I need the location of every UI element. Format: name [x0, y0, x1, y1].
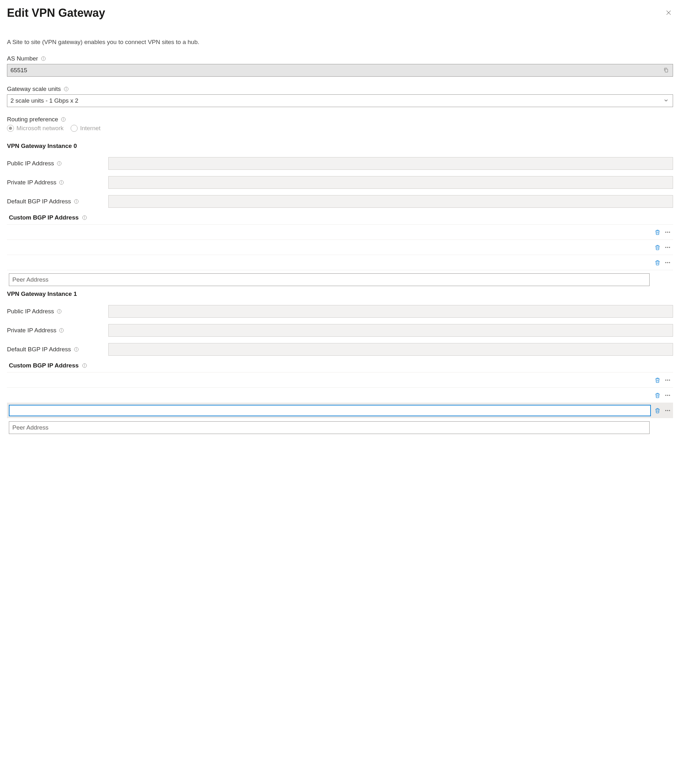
more-icon[interactable]	[664, 392, 671, 399]
svg-point-42	[84, 364, 85, 365]
svg-point-44	[667, 379, 668, 381]
more-icon[interactable]	[664, 229, 671, 236]
routing-pref-internet-label: Internet	[80, 125, 101, 132]
description-text: A Site to site (VPN gateway) enables you…	[7, 39, 673, 46]
svg-point-29	[667, 262, 668, 263]
svg-point-24	[669, 231, 670, 233]
svg-point-51	[669, 410, 670, 411]
more-icon[interactable]	[664, 244, 671, 251]
svg-point-47	[667, 395, 668, 396]
delete-icon[interactable]	[654, 244, 661, 251]
instance-1-default-bgp-field	[108, 343, 673, 356]
instance-1-custom-bgp-label: Custom BGP IP Address	[9, 362, 79, 369]
gateway-scale-label: Gateway scale units	[7, 85, 61, 93]
peer-address-input[interactable]	[9, 421, 650, 434]
info-icon[interactable]	[41, 56, 46, 61]
as-number-value: 65515	[11, 67, 27, 74]
peer-address-input[interactable]	[9, 273, 650, 286]
instance-0-custom-bgp-label: Custom BGP IP Address	[9, 214, 79, 221]
instance-1-title: VPN Gateway Instance 1	[7, 290, 673, 298]
instance-1-private-ip-label: Private IP Address	[7, 327, 57, 334]
svg-point-28	[666, 262, 666, 263]
svg-point-23	[667, 231, 668, 233]
routing-pref-msnet-radio: Microsoft network	[7, 125, 64, 132]
page-title: Edit VPN Gateway	[7, 6, 105, 20]
info-icon[interactable]	[82, 363, 87, 368]
svg-rect-3	[665, 69, 667, 72]
gateway-scale-dropdown[interactable]: 2 scale units - 1 Gbps x 2	[7, 94, 673, 107]
delete-icon[interactable]	[654, 377, 661, 384]
more-icon[interactable]	[664, 259, 671, 266]
svg-point-45	[669, 379, 670, 381]
custom-bgp-row	[7, 239, 673, 255]
svg-point-46	[666, 395, 666, 396]
info-icon[interactable]	[59, 180, 64, 185]
custom-bgp-active-input[interactable]	[9, 405, 651, 416]
svg-point-39	[76, 348, 76, 348]
svg-point-27	[669, 247, 670, 248]
info-icon[interactable]	[57, 161, 62, 166]
delete-icon[interactable]	[654, 229, 661, 236]
instance-0-private-ip-field	[108, 176, 673, 189]
instance-1-default-bgp-label: Default BGP IP Address	[7, 346, 71, 353]
custom-bgp-row	[7, 255, 673, 270]
info-icon[interactable]	[74, 199, 79, 204]
svg-point-26	[667, 247, 668, 248]
svg-point-48	[669, 395, 670, 396]
svg-point-43	[666, 379, 666, 381]
svg-point-12	[59, 162, 60, 162]
svg-point-9	[63, 118, 64, 118]
copy-icon[interactable]	[663, 67, 669, 74]
chevron-down-icon	[663, 98, 669, 104]
instance-1-public-ip-label: Public IP Address	[7, 308, 54, 315]
custom-bgp-row	[7, 224, 673, 239]
instance-0-public-ip-label: Public IP Address	[7, 160, 54, 167]
info-icon[interactable]	[63, 87, 69, 92]
svg-point-22	[666, 231, 666, 233]
custom-bgp-row-active[interactable]	[7, 403, 673, 418]
gateway-scale-value: 2 scale units - 1 Gbps x 2	[11, 97, 78, 104]
svg-point-30	[669, 262, 670, 263]
routing-pref-internet-radio: Internet	[71, 125, 101, 132]
info-icon[interactable]	[82, 215, 87, 220]
as-number-field: 65515	[7, 64, 673, 77]
routing-pref-msnet-label: Microsoft network	[16, 125, 64, 132]
instance-0-title: VPN Gateway Instance 0	[7, 143, 673, 150]
instance-0-private-ip-label: Private IP Address	[7, 179, 57, 186]
info-icon[interactable]	[74, 347, 79, 352]
svg-point-21	[84, 216, 85, 217]
info-icon[interactable]	[61, 117, 66, 122]
svg-point-36	[61, 329, 62, 329]
custom-bgp-row	[7, 387, 673, 403]
svg-point-33	[59, 310, 60, 310]
routing-pref-label: Routing preference	[7, 116, 58, 123]
more-icon[interactable]	[664, 377, 671, 384]
instance-0-default-bgp-field	[108, 195, 673, 208]
instance-0-public-ip-field	[108, 157, 673, 170]
instance-0-default-bgp-label: Default BGP IP Address	[7, 198, 71, 205]
info-icon[interactable]	[59, 328, 64, 333]
delete-icon[interactable]	[654, 392, 661, 399]
svg-point-15	[61, 181, 62, 181]
info-icon[interactable]	[57, 309, 62, 314]
delete-icon[interactable]	[654, 259, 661, 266]
more-icon[interactable]	[664, 407, 671, 414]
svg-point-49	[666, 410, 666, 411]
close-button[interactable]	[664, 8, 673, 17]
delete-icon[interactable]	[654, 407, 661, 414]
as-number-label: AS Number	[7, 55, 38, 62]
instance-1-private-ip-field	[108, 324, 673, 337]
custom-bgp-row	[7, 372, 673, 387]
svg-point-50	[667, 410, 668, 411]
instance-1-public-ip-field	[108, 305, 673, 318]
svg-point-25	[666, 247, 666, 248]
